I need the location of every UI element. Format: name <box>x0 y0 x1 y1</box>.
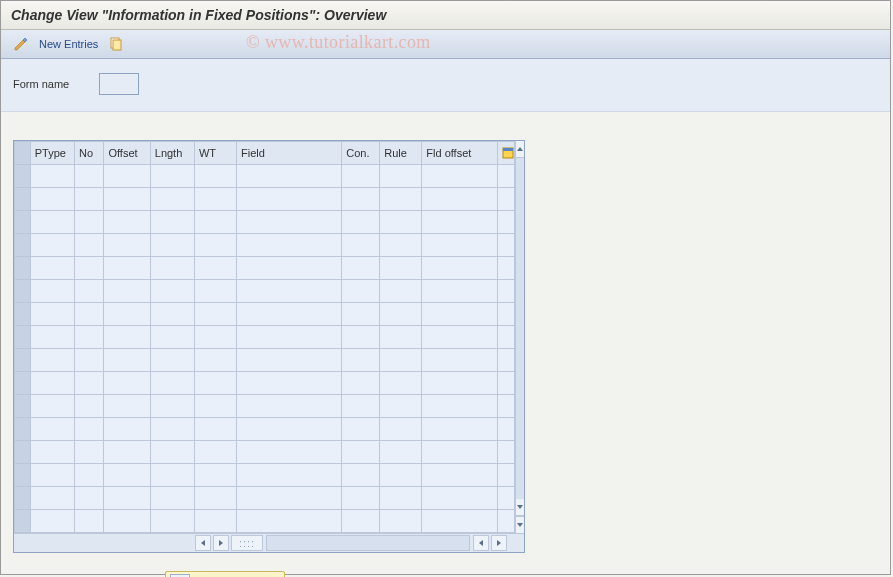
cell[interactable] <box>380 326 422 349</box>
row-selector[interactable] <box>15 418 31 441</box>
cell[interactable] <box>194 510 236 533</box>
cell[interactable] <box>30 211 74 234</box>
row-selector[interactable] <box>15 280 31 303</box>
cell[interactable] <box>30 464 74 487</box>
cell[interactable] <box>150 487 194 510</box>
cell[interactable] <box>342 372 380 395</box>
cell[interactable] <box>74 280 103 303</box>
cell[interactable] <box>74 234 103 257</box>
cell[interactable] <box>342 349 380 372</box>
cell[interactable] <box>150 303 194 326</box>
cell[interactable] <box>194 418 236 441</box>
cell[interactable] <box>30 487 74 510</box>
cell[interactable] <box>342 257 380 280</box>
cell[interactable] <box>422 257 498 280</box>
cell[interactable] <box>150 418 194 441</box>
scroll-step-down-button[interactable] <box>516 499 524 516</box>
cell[interactable] <box>104 372 150 395</box>
row-selector[interactable] <box>15 303 31 326</box>
row-selector[interactable] <box>15 211 31 234</box>
cell[interactable] <box>380 372 422 395</box>
cell[interactable] <box>104 165 150 188</box>
cell[interactable] <box>194 280 236 303</box>
cell[interactable] <box>104 441 150 464</box>
col-offset[interactable]: Offset <box>104 142 150 165</box>
col-con[interactable]: Con. <box>342 142 380 165</box>
cell[interactable] <box>237 372 342 395</box>
form-name-input[interactable] <box>99 73 139 95</box>
cell[interactable] <box>30 188 74 211</box>
cell[interactable] <box>380 464 422 487</box>
cell[interactable] <box>194 165 236 188</box>
scroll-left-button[interactable] <box>195 535 211 551</box>
cell[interactable] <box>422 372 498 395</box>
cell[interactable] <box>194 441 236 464</box>
cell[interactable] <box>194 257 236 280</box>
cell[interactable] <box>194 326 236 349</box>
cell[interactable] <box>342 211 380 234</box>
scroll-left-end-button[interactable] <box>473 535 489 551</box>
vertical-scroll-track[interactable] <box>516 158 524 499</box>
row-selector[interactable] <box>15 510 31 533</box>
cell[interactable] <box>422 349 498 372</box>
cell[interactable] <box>150 510 194 533</box>
scroll-up-button[interactable] <box>516 141 524 158</box>
cell[interactable] <box>422 510 498 533</box>
cell[interactable] <box>237 487 342 510</box>
cell[interactable] <box>30 395 74 418</box>
row-selector[interactable] <box>15 257 31 280</box>
row-selector[interactable] <box>15 326 31 349</box>
copy-as-button[interactable] <box>104 33 128 55</box>
cell[interactable] <box>342 280 380 303</box>
cell[interactable] <box>30 280 74 303</box>
cell[interactable] <box>30 418 74 441</box>
vertical-scrollbar[interactable] <box>515 141 524 533</box>
cell[interactable] <box>342 418 380 441</box>
cell[interactable] <box>194 349 236 372</box>
cell[interactable] <box>342 510 380 533</box>
cell[interactable] <box>30 303 74 326</box>
cell[interactable] <box>74 372 103 395</box>
scroll-right-a-button[interactable] <box>213 535 229 551</box>
cell[interactable] <box>422 441 498 464</box>
cell[interactable] <box>380 280 422 303</box>
row-selector[interactable] <box>15 165 31 188</box>
cell[interactable] <box>30 257 74 280</box>
cell[interactable] <box>104 280 150 303</box>
cell[interactable] <box>104 303 150 326</box>
cell[interactable] <box>380 165 422 188</box>
cell[interactable] <box>342 395 380 418</box>
cell[interactable] <box>342 487 380 510</box>
col-field[interactable]: Field <box>237 142 342 165</box>
cell[interactable] <box>74 165 103 188</box>
cell[interactable] <box>342 326 380 349</box>
row-selector[interactable] <box>15 349 31 372</box>
col-rule[interactable]: Rule <box>380 142 422 165</box>
cell[interactable] <box>30 372 74 395</box>
cell[interactable] <box>194 188 236 211</box>
cell[interactable] <box>380 303 422 326</box>
cell[interactable] <box>194 211 236 234</box>
cell[interactable] <box>237 303 342 326</box>
cell[interactable] <box>104 395 150 418</box>
cell[interactable] <box>104 211 150 234</box>
cell[interactable] <box>104 487 150 510</box>
cell[interactable] <box>74 326 103 349</box>
cell[interactable] <box>422 303 498 326</box>
row-selector[interactable] <box>15 372 31 395</box>
cell[interactable] <box>237 418 342 441</box>
cell[interactable] <box>74 464 103 487</box>
cell[interactable] <box>74 395 103 418</box>
horizontal-scrollbar[interactable]: :::: <box>14 533 524 552</box>
cell[interactable] <box>74 510 103 533</box>
cell[interactable] <box>342 188 380 211</box>
cell[interactable] <box>237 326 342 349</box>
cell[interactable] <box>30 349 74 372</box>
cell[interactable] <box>342 165 380 188</box>
cell[interactable] <box>30 234 74 257</box>
cell[interactable] <box>237 257 342 280</box>
cell[interactable] <box>380 234 422 257</box>
cell[interactable] <box>104 257 150 280</box>
cell[interactable] <box>74 257 103 280</box>
cell[interactable] <box>150 234 194 257</box>
